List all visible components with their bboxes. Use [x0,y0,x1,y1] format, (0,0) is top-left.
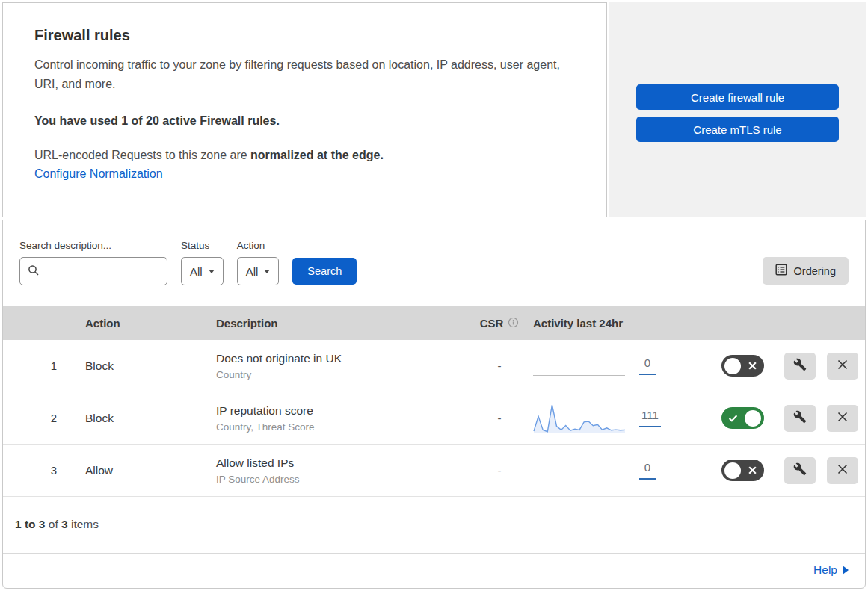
rule-csr-value: - [466,412,533,424]
action-filter-group: Action All [237,240,280,285]
search-icon [28,264,40,279]
rule-fields: Country [216,369,466,380]
column-header-description: Description [201,317,466,329]
edit-rule-button[interactable] [784,457,816,484]
help-row: Help [3,553,865,588]
normalization-text: URL-encoded Requests to this zone are [34,149,250,161]
column-header-action: Action [70,317,201,329]
rule-fields: Country, Threat Score [216,421,466,433]
rule-description: Allow listed IPs [216,457,466,470]
csr-header-label: CSR [480,317,504,329]
create-firewall-rule-button[interactable]: Create firewall rule [636,84,839,110]
items-range: 1 to 3 [15,518,45,530]
close-icon [837,359,849,373]
page-description: Control incoming traffic to your zone by… [34,55,561,94]
pagination-summary: 1 to 3 of 3 items [3,497,865,549]
column-header-csr: CSR [466,317,533,330]
sparkline-flat-line [533,480,625,480]
rule-csr-value: - [466,359,533,372]
activity-cell: 0 [533,350,705,383]
activity-cell: 0 [533,454,705,487]
normalization-bold-text: normalized at the edge. [250,149,384,161]
help-link[interactable]: Help [813,563,849,577]
close-icon [837,463,849,477]
status-selected-value: All [190,265,203,278]
ordering-button-label: Ordering [794,265,836,277]
actions-panel: Create firewall rule Create mTLS rule [609,2,866,217]
activity-count-link[interactable]: 0 [639,461,656,480]
toggle-knob [724,462,741,479]
table-row: 3 Allow Allow listed IPs IP Source Addre… [3,445,865,497]
rule-action: Block [70,359,201,373]
rule-number: 2 [3,412,70,424]
rule-action: Allow [70,464,201,477]
help-link-label: Help [813,563,837,577]
firewall-rules-page: Firewall rules Control incoming traffic … [0,0,868,591]
delete-rule-button[interactable] [827,405,858,432]
activity-sparkline [533,454,627,487]
action-selected-value: All [246,265,259,278]
activity-cell: 111 [533,402,705,435]
table-row: 2 Block IP reputation score Country, Thr… [3,392,865,445]
delete-rule-button[interactable] [827,353,858,380]
top-section: Firewall rules Control incoming traffic … [2,2,866,217]
usage-notice: You have used 1 of 20 active Firewall ru… [34,114,575,128]
toggle-off-x-icon [748,361,757,373]
toggle-knob [724,358,741,374]
action-label: Action [237,240,280,251]
page-title: Firewall rules [34,27,575,44]
table-header: Action Description CSR Activity last 24h… [3,306,865,340]
chevron-down-icon [264,270,270,273]
rule-enabled-toggle[interactable] [721,355,764,377]
create-mtls-rule-button[interactable]: Create mTLS rule [636,117,839,142]
search-group: Search description... [19,240,167,285]
ordering-list-icon [775,264,787,278]
search-input[interactable] [19,257,167,285]
toggle-on-check-icon [728,413,738,425]
wrench-icon [793,358,807,374]
search-button[interactable]: Search [292,258,357,285]
status-filter-group: Status All [181,240,224,285]
info-icon[interactable] [508,317,519,330]
status-label: Status [181,240,224,251]
rules-panel: Search description... Status All Action … [2,220,866,589]
intro-card: Firewall rules Control incoming traffic … [2,2,607,217]
rule-enabled-toggle[interactable] [721,407,764,429]
wrench-icon [793,410,807,426]
toggle-knob [745,410,761,427]
rule-description: Does not originate in UK [216,352,466,365]
table-row: 1 Block Does not originate in UK Country… [3,340,865,392]
rule-enabled-toggle[interactable] [721,460,764,481]
edit-rule-button[interactable] [784,405,816,432]
toggle-off-x-icon [748,465,757,477]
rule-number: 1 [3,359,70,372]
activity-count-link[interactable]: 111 [639,409,661,427]
configure-normalization-link[interactable]: Configure Normalization [34,167,163,181]
wrench-icon [793,462,807,478]
items-total: 3 [61,518,68,530]
rule-csr-value: - [466,464,533,477]
normalization-notice: URL-encoded Requests to this zone are no… [34,149,575,162]
help-arrow-icon [843,566,849,575]
status-dropdown[interactable]: All [181,257,224,285]
close-icon [837,411,849,425]
activity-count-link[interactable]: 0 [639,356,656,375]
activity-sparkline [533,402,627,435]
ordering-button[interactable]: Ordering [763,257,849,285]
action-dropdown[interactable]: All [237,257,280,285]
search-label: Search description... [19,240,167,251]
sparkline-flat-line [533,375,625,376]
rule-action: Block [70,412,201,425]
items-of-text: of [49,518,58,530]
delete-rule-button[interactable] [827,457,858,484]
rule-description: IP reputation score [216,404,466,418]
edit-rule-button[interactable] [784,353,816,380]
rule-number: 3 [3,464,70,477]
chevron-down-icon [209,270,215,273]
activity-sparkline [533,350,627,383]
filter-bar: Search description... Status All Action … [3,220,865,306]
column-header-activity: Activity last 24hr [533,317,705,329]
items-label: items [71,518,99,530]
rule-fields: IP Source Address [216,474,466,485]
